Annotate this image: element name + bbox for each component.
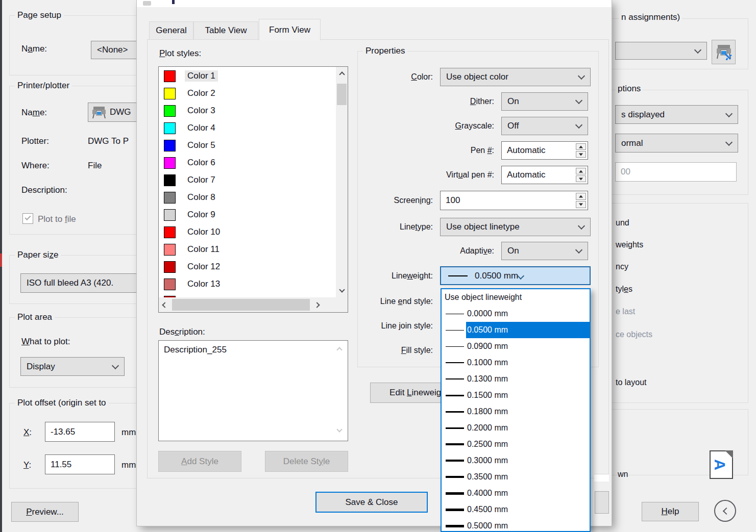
- edit-plot-style-table-button[interactable]: [712, 40, 736, 64]
- plot-style-item[interactable]: Color 8: [159, 189, 335, 206]
- grayscale-label: Grayscale:: [455, 121, 494, 131]
- plot-style-item[interactable]: Color 5: [159, 137, 335, 154]
- plot-style-item[interactable]: Color 12: [159, 258, 335, 275]
- shade-plot-combobox[interactable]: s displayed: [615, 105, 738, 124]
- plot-styles-listbox[interactable]: Color 1Color 2Color 3Color 4Color 5Color…: [158, 66, 348, 313]
- plot-to-file-checkbox[interactable]: [22, 213, 33, 224]
- less-options-button[interactable]: [714, 500, 736, 522]
- save-close-button[interactable]: Save & Close: [315, 492, 428, 513]
- editor-titlebar[interactable]: [137, 0, 612, 7]
- tab-table-view[interactable]: Table View: [193, 21, 258, 40]
- lineweight-option[interactable]: 0.1800 mm: [442, 403, 590, 420]
- linetype-combobox[interactable]: Use object linetype: [440, 218, 591, 236]
- preview-button[interactable]: Preview...: [11, 502, 79, 522]
- plot-style-item[interactable]: Color 2: [159, 85, 335, 102]
- plot-option-label-fragment: ce objects: [616, 330, 652, 339]
- screening-spinner[interactable]: 100: [440, 191, 588, 210]
- spinner-buttons[interactable]: [575, 143, 587, 158]
- lineweight-option[interactable]: 0.0900 mm: [442, 338, 590, 354]
- page-setup-title: Page setup: [15, 10, 64, 20]
- help-button[interactable]: Help: [642, 502, 699, 521]
- lineweight-option-label: 0.2000 mm: [466, 420, 590, 436]
- quality-combobox[interactable]: ormal: [615, 134, 738, 153]
- lineweight-sample-line: [442, 395, 466, 396]
- grayscale-combobox[interactable]: Off: [501, 117, 588, 135]
- tab-general[interactable]: General: [149, 21, 193, 40]
- tab-form-view[interactable]: Form View: [259, 19, 321, 40]
- plot-style-item-label: Color 5: [185, 140, 218, 151]
- lineweight-option[interactable]: 0.1000 mm: [442, 354, 590, 371]
- fill-style-label: Fill style:: [401, 346, 433, 355]
- dither-combobox[interactable]: On: [501, 92, 588, 111]
- add-style-button[interactable]: Add Style: [158, 451, 241, 472]
- plot-style-item-label: Color 11: [185, 244, 222, 255]
- scroll-up-button[interactable]: [336, 67, 348, 82]
- paper-size-value: ISO full bleed A3 (420.: [27, 278, 113, 288]
- lineweight-combobox[interactable]: 0.0500 mm: [440, 266, 591, 285]
- lineweight-option[interactable]: 0.2500 mm: [442, 436, 590, 452]
- what-to-plot-combobox[interactable]: Display: [20, 357, 125, 376]
- spinner-buttons[interactable]: [575, 167, 587, 183]
- where-label: Where:: [21, 161, 50, 171]
- lineweight-sample-line: [442, 492, 466, 495]
- lineweight-option-label: 0.0900 mm: [466, 338, 590, 354]
- spin-down-icon: [579, 178, 583, 180]
- color-value: Use object color: [446, 72, 508, 82]
- offset-y-value: 11.55: [51, 460, 71, 470]
- plot-style-item[interactable]: Color 13: [159, 275, 335, 293]
- lineweight-option[interactable]: 0.5000 mm: [442, 518, 590, 532]
- plot-style-item-label: Color 13: [185, 278, 223, 290]
- pen-number-label: Pen #:: [471, 146, 494, 155]
- plot-style-item[interactable]: Color 10: [159, 223, 335, 241]
- lineweight-option[interactable]: 0.0500 mm: [442, 322, 590, 338]
- offset-y-field[interactable]: 11.55: [45, 454, 115, 474]
- lineweight-option[interactable]: 0.1300 mm: [442, 371, 590, 387]
- scroll-right-button[interactable]: [311, 297, 323, 312]
- lineweight-option-label: 0.4000 mm: [466, 485, 590, 501]
- delete-style-button[interactable]: Delete Style: [265, 451, 348, 472]
- description-textarea[interactable]: Description_255: [158, 340, 348, 441]
- lineweight-option-label: 0.5000 mm: [466, 518, 590, 532]
- plot-style-item[interactable]: Color 11: [159, 241, 335, 258]
- plot-style-item[interactable]: Color 9: [159, 206, 335, 223]
- plot-style-item[interactable]: Color 7: [159, 171, 335, 189]
- lineweight-dropdown-list[interactable]: Use object lineweight0.0000 mm0.0500 mm0…: [441, 288, 591, 532]
- plot-styles-hscrollbar[interactable]: [159, 297, 348, 312]
- plot-style-item[interactable]: Color 3: [159, 102, 335, 119]
- lineweight-option[interactable]: 0.0000 mm: [442, 306, 590, 322]
- plot-style-item[interactable]: Color 4: [159, 119, 335, 137]
- lineweight-option[interactable]: 0.4500 mm: [442, 501, 590, 518]
- lineweight-sample-line: [442, 411, 466, 413]
- paper-orientation-icon: A: [710, 450, 733, 479]
- lineweight-option[interactable]: Use object lineweight: [442, 289, 590, 306]
- plot-style-item-label: Color 3: [185, 105, 218, 116]
- lineweight-sample-line: [442, 460, 466, 462]
- color-swatch: [164, 122, 176, 134]
- scroll-thumb-horizontal[interactable]: [172, 299, 310, 311]
- lineweight-option[interactable]: 0.1500 mm: [442, 387, 590, 403]
- plot-style-table-combobox[interactable]: [615, 42, 707, 60]
- plot-style-item[interactable]: Color 14: [159, 293, 335, 297]
- plot-styles-vscrollbar[interactable]: [336, 67, 348, 297]
- plot-style-item[interactable]: Color 1: [159, 67, 335, 85]
- scroll-down-button[interactable]: [336, 282, 348, 297]
- scroll-thumb[interactable]: [337, 84, 347, 105]
- virtual-pen-spinner[interactable]: Automatic: [501, 166, 588, 184]
- lineweight-option[interactable]: 0.3500 mm: [442, 469, 590, 485]
- adaptive-combobox[interactable]: On: [501, 242, 588, 260]
- plot-offset-group: Plot offset (origin set to: [9, 403, 137, 489]
- pen-number-spinner[interactable]: Automatic: [501, 141, 588, 160]
- paper-size-combobox[interactable]: ISO full bleed A3 (420.: [20, 273, 137, 293]
- lineweight-option[interactable]: 0.4000 mm: [442, 485, 590, 501]
- lineweight-option[interactable]: 0.3000 mm: [442, 452, 590, 469]
- scroll-left-button[interactable]: [159, 297, 171, 312]
- plot-style-item-label: Color 10: [185, 226, 223, 238]
- plot-style-item[interactable]: Color 6: [159, 154, 335, 171]
- lineweight-option-label: 0.3000 mm: [466, 452, 590, 469]
- offset-x-field[interactable]: -13.65: [45, 422, 115, 442]
- lineweight-sample-line: [442, 378, 466, 379]
- lineweight-option[interactable]: 0.2000 mm: [442, 420, 590, 436]
- color-combobox[interactable]: Use object color: [440, 68, 591, 86]
- printer-group-title: Printer/plotter: [15, 81, 72, 91]
- spinner-buttons[interactable]: [575, 192, 587, 209]
